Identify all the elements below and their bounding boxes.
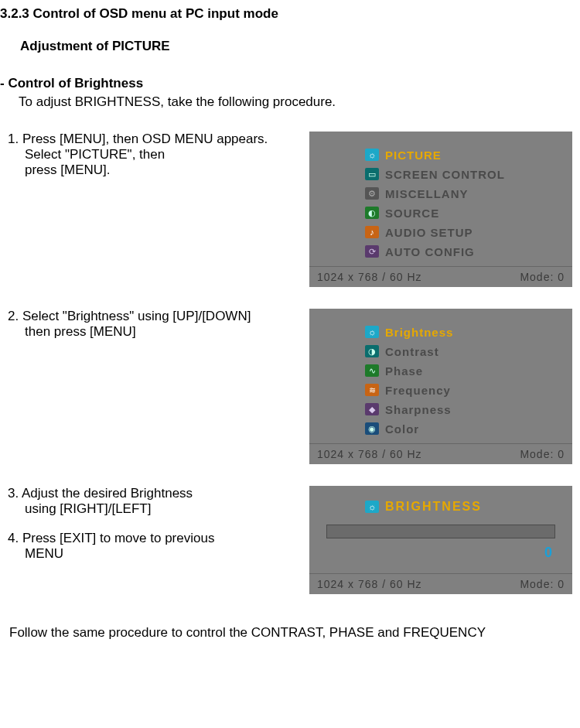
osd2-icon-5: ◉ xyxy=(365,422,379,435)
osd1-icon-4: ♪ xyxy=(365,226,379,238)
osd2-row-2: ∿Phase xyxy=(319,361,563,380)
osd1-label-2: MISCELLANY xyxy=(385,187,469,200)
osd-menu-picture: ☼Brightness◑Contrast∿Phase≋Frequency◆Sha… xyxy=(309,309,572,464)
osd2-status-left: 1024 x 768 / 60 Hz xyxy=(317,448,422,460)
step-4-line-a: 4. Press [EXIT] to move to previous xyxy=(8,531,309,546)
brightness-icon: ☼ xyxy=(365,501,379,513)
osd2-label-4: Sharpness xyxy=(385,403,452,416)
osd2-icon-4: ◆ xyxy=(365,403,379,415)
osd2-icon-3: ≋ xyxy=(365,384,379,396)
osd2-label-3: Frequency xyxy=(385,384,451,397)
osd2-icon-1: ◑ xyxy=(365,345,379,357)
osd-menu-brightness: ☼ BRIGHTNESS 0 1024 x 768 / 60 Hz Mode: … xyxy=(309,486,572,594)
osd1-row-2: ⚙MISCELLANY xyxy=(319,184,563,203)
step-4-line-b: MENU xyxy=(25,546,309,562)
osd1-icon-2: ⚙ xyxy=(365,187,379,200)
osd2-icon-2: ∿ xyxy=(365,364,379,377)
osd1-label-3: SOURCE xyxy=(385,207,439,220)
osd1-icon-3: ◐ xyxy=(365,207,379,219)
osd1-icon-0: ☼ xyxy=(365,149,379,161)
osd1-row-3: ◐SOURCE xyxy=(319,203,563,222)
step-block-2: 2. Select "Brightness" using [UP]/[DOWN]… xyxy=(0,309,580,464)
step-block-3: 3. Adjust the desired Brightness using [… xyxy=(0,486,580,594)
osd1-status-left: 1024 x 768 / 60 Hz xyxy=(317,271,422,283)
step-1-line-b: Select "PICTURE", then xyxy=(25,147,309,162)
osd2-label-0: Brightness xyxy=(385,326,453,339)
section-line-2: To adjust BRIGHTNESS, take the following… xyxy=(0,94,580,110)
osd2-label-1: Contrast xyxy=(385,345,439,358)
osd2-status-right: Mode: 0 xyxy=(520,448,565,460)
brightness-slider xyxy=(326,525,555,538)
osd1-icon-5: ⟳ xyxy=(365,245,379,258)
osd3-title: BRIGHTNESS xyxy=(385,500,482,514)
osd1-row-5: ⟳AUTO CONFIG xyxy=(319,242,563,261)
osd2-label-2: Phase xyxy=(385,364,423,378)
step-block-1: 1. Press [MENU], then OSD MENU appears. … xyxy=(0,132,580,287)
footer-note: Follow the same procedure to control the… xyxy=(0,625,580,641)
osd3-status-right: Mode: 0 xyxy=(520,578,565,590)
step-2-line-b: then press [MENU] xyxy=(25,324,309,340)
osd2-row-0: ☼Brightness xyxy=(319,323,563,341)
osd3-status-left: 1024 x 768 / 60 Hz xyxy=(317,578,422,590)
brightness-value: 0 xyxy=(319,542,563,569)
osd1-row-4: ♪AUDIO SETUP xyxy=(319,223,563,241)
step-3-line-a: 3. Adjust the desired Brightness xyxy=(8,486,309,501)
section-number-title: 3.2.3 Control of OSD menu at PC input mo… xyxy=(0,6,580,22)
osd1-status-right: Mode: 0 xyxy=(520,271,565,283)
step-1-line-c: press [MENU]. xyxy=(25,162,309,178)
osd1-row-1: ▭SCREEN CONTROL xyxy=(319,165,563,183)
osd2-row-1: ◑Contrast xyxy=(319,342,563,361)
osd1-icon-1: ▭ xyxy=(365,168,379,180)
osd1-row-0: ☼PICTURE xyxy=(319,145,563,164)
osd-menu-main: ☼PICTURE▭SCREEN CONTROL⚙MISCELLANY◐SOURC… xyxy=(309,132,572,287)
osd2-icon-0: ☼ xyxy=(365,326,379,338)
osd1-label-4: AUDIO SETUP xyxy=(385,226,473,239)
osd2-row-5: ◉Color xyxy=(319,419,563,438)
section-sub-title: Adjustment of PICTURE xyxy=(0,39,580,54)
osd2-row-3: ≋Frequency xyxy=(319,381,563,399)
section-line-1: - Control of Brightness xyxy=(0,76,580,91)
osd1-label-5: AUTO CONFIG xyxy=(385,245,475,258)
osd1-label-0: PICTURE xyxy=(385,149,442,162)
step-1-line-a: 1. Press [MENU], then OSD MENU appears. xyxy=(8,132,309,147)
step-2-line-a: 2. Select "Brightness" using [UP]/[DOWN] xyxy=(8,309,309,324)
osd2-row-4: ◆Sharpness xyxy=(319,400,563,419)
osd2-label-5: Color xyxy=(385,422,419,436)
osd1-label-1: SCREEN CONTROL xyxy=(385,168,505,181)
step-3-line-b: using [RIGHT]/[LEFT] xyxy=(25,501,309,517)
